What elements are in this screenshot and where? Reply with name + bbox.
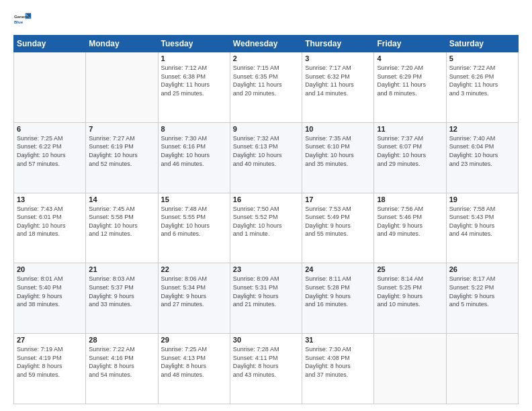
calendar-week-1: 1Sunrise: 7:12 AM Sunset: 6:38 PM Daylig…: [14, 52, 519, 123]
calendar-week-4: 20Sunrise: 8:01 AM Sunset: 5:40 PM Dayli…: [14, 263, 519, 334]
day-info: Sunrise: 7:37 AM Sunset: 6:07 PM Dayligh…: [377, 134, 443, 168]
calendar-cell: 16Sunrise: 7:50 AM Sunset: 5:52 PM Dayli…: [230, 193, 302, 263]
col-monday: Monday: [86, 36, 158, 52]
day-info: Sunrise: 8:14 AM Sunset: 5:25 PM Dayligh…: [377, 275, 443, 308]
day-number: 5: [449, 54, 515, 62]
calendar-cell: 24Sunrise: 8:11 AM Sunset: 5:28 PM Dayli…: [302, 263, 374, 334]
calendar-cell: 23Sunrise: 8:09 AM Sunset: 5:31 PM Dayli…: [230, 263, 302, 334]
day-info: Sunrise: 7:53 AM Sunset: 5:49 PM Dayligh…: [305, 205, 371, 238]
calendar-cell: 29Sunrise: 7:25 AM Sunset: 4:13 PM Dayli…: [158, 334, 230, 404]
calendar-cell: 18Sunrise: 7:56 AM Sunset: 5:46 PM Dayli…: [374, 193, 446, 263]
day-info: Sunrise: 7:28 AM Sunset: 4:11 PM Dayligh…: [233, 345, 299, 379]
calendar-cell: 27Sunrise: 7:19 AM Sunset: 4:19 PM Dayli…: [14, 334, 86, 404]
day-number: 22: [161, 265, 227, 273]
calendar-cell: 31Sunrise: 7:30 AM Sunset: 4:08 PM Dayli…: [302, 334, 374, 404]
day-info: Sunrise: 7:25 AM Sunset: 6:22 PM Dayligh…: [17, 134, 83, 168]
day-number: 7: [89, 125, 154, 133]
calendar-cell: 25Sunrise: 8:14 AM Sunset: 5:25 PM Dayli…: [374, 263, 446, 334]
calendar-cell: 7Sunrise: 7:27 AM Sunset: 6:19 PM Daylig…: [86, 122, 158, 193]
day-number: 3: [305, 54, 371, 62]
day-info: Sunrise: 7:56 AM Sunset: 5:46 PM Dayligh…: [377, 205, 443, 238]
day-number: 14: [89, 195, 154, 203]
day-info: Sunrise: 7:19 AM Sunset: 4:19 PM Dayligh…: [17, 345, 83, 379]
calendar-week-5: 27Sunrise: 7:19 AM Sunset: 4:19 PM Dayli…: [14, 334, 519, 404]
day-number: 16: [233, 195, 299, 203]
calendar-cell: 9Sunrise: 7:32 AM Sunset: 6:13 PM Daylig…: [230, 122, 302, 193]
day-number: 9: [233, 125, 299, 133]
day-number: 21: [89, 265, 154, 273]
day-number: 24: [305, 265, 371, 273]
calendar-cell: 12Sunrise: 7:40 AM Sunset: 6:04 PM Dayli…: [446, 122, 518, 193]
calendar-cell: [374, 334, 446, 404]
logo-icon: General Blue: [13, 11, 32, 30]
logo: General Blue: [13, 11, 32, 30]
day-info: Sunrise: 7:30 AM Sunset: 6:16 PM Dayligh…: [161, 134, 227, 168]
calendar-cell: 13Sunrise: 7:43 AM Sunset: 6:01 PM Dayli…: [14, 193, 86, 263]
day-info: Sunrise: 8:09 AM Sunset: 5:31 PM Dayligh…: [233, 275, 299, 308]
calendar-cell: 20Sunrise: 8:01 AM Sunset: 5:40 PM Dayli…: [14, 263, 86, 334]
day-number: 29: [161, 336, 227, 344]
day-info: Sunrise: 7:25 AM Sunset: 4:13 PM Dayligh…: [161, 345, 227, 379]
day-info: Sunrise: 8:11 AM Sunset: 5:28 PM Dayligh…: [305, 275, 371, 308]
day-number: 25: [377, 265, 443, 273]
calendar-cell: 22Sunrise: 8:06 AM Sunset: 5:34 PM Dayli…: [158, 263, 230, 334]
calendar-cell: 1Sunrise: 7:12 AM Sunset: 6:38 PM Daylig…: [158, 52, 230, 123]
day-number: 18: [377, 195, 443, 203]
calendar-cell: 19Sunrise: 7:58 AM Sunset: 5:43 PM Dayli…: [446, 193, 518, 263]
day-info: Sunrise: 8:06 AM Sunset: 5:34 PM Dayligh…: [161, 275, 227, 308]
col-friday: Friday: [374, 36, 446, 52]
calendar-cell: [446, 334, 518, 404]
day-number: 26: [449, 265, 515, 273]
col-saturday: Saturday: [446, 36, 518, 52]
day-info: Sunrise: 7:48 AM Sunset: 5:55 PM Dayligh…: [161, 205, 227, 238]
day-info: Sunrise: 7:50 AM Sunset: 5:52 PM Dayligh…: [233, 205, 299, 238]
day-info: Sunrise: 7:12 AM Sunset: 6:38 PM Dayligh…: [161, 64, 227, 97]
calendar-cell: 3Sunrise: 7:17 AM Sunset: 6:32 PM Daylig…: [302, 52, 374, 123]
day-info: Sunrise: 8:01 AM Sunset: 5:40 PM Dayligh…: [17, 275, 83, 308]
svg-text:Blue: Blue: [14, 19, 24, 24]
calendar-cell: 11Sunrise: 7:37 AM Sunset: 6:07 PM Dayli…: [374, 122, 446, 193]
calendar-cell: [86, 52, 158, 123]
day-info: Sunrise: 7:58 AM Sunset: 5:43 PM Dayligh…: [449, 205, 515, 238]
calendar-cell: 26Sunrise: 8:17 AM Sunset: 5:22 PM Dayli…: [446, 263, 518, 334]
day-number: 12: [449, 125, 515, 133]
day-info: Sunrise: 7:17 AM Sunset: 6:32 PM Dayligh…: [305, 64, 371, 97]
day-number: 13: [17, 195, 83, 203]
day-info: Sunrise: 7:30 AM Sunset: 4:08 PM Dayligh…: [305, 345, 371, 379]
day-info: Sunrise: 7:35 AM Sunset: 6:10 PM Dayligh…: [305, 134, 371, 168]
day-info: Sunrise: 7:45 AM Sunset: 5:58 PM Dayligh…: [89, 205, 154, 238]
day-number: 17: [305, 195, 371, 203]
day-info: Sunrise: 7:43 AM Sunset: 6:01 PM Dayligh…: [17, 205, 83, 238]
calendar-cell: 10Sunrise: 7:35 AM Sunset: 6:10 PM Dayli…: [302, 122, 374, 193]
calendar-cell: 30Sunrise: 7:28 AM Sunset: 4:11 PM Dayli…: [230, 334, 302, 404]
svg-text:General: General: [14, 14, 30, 19]
calendar-cell: 28Sunrise: 7:22 AM Sunset: 4:16 PM Dayli…: [86, 334, 158, 404]
day-number: 11: [377, 125, 443, 133]
day-info: Sunrise: 8:03 AM Sunset: 5:37 PM Dayligh…: [89, 275, 154, 308]
calendar-week-2: 6Sunrise: 7:25 AM Sunset: 6:22 PM Daylig…: [14, 122, 519, 193]
calendar-cell: 5Sunrise: 7:22 AM Sunset: 6:26 PM Daylig…: [446, 52, 518, 123]
day-info: Sunrise: 7:22 AM Sunset: 6:26 PM Dayligh…: [449, 64, 515, 97]
day-number: 27: [17, 336, 83, 344]
col-thursday: Thursday: [302, 36, 374, 52]
calendar-cell: 6Sunrise: 7:25 AM Sunset: 6:22 PM Daylig…: [14, 122, 86, 193]
calendar-cell: 8Sunrise: 7:30 AM Sunset: 6:16 PM Daylig…: [158, 122, 230, 193]
calendar-cell: 14Sunrise: 7:45 AM Sunset: 5:58 PM Dayli…: [86, 193, 158, 263]
day-number: 20: [17, 265, 83, 273]
col-wednesday: Wednesday: [230, 36, 302, 52]
header-row: Sunday Monday Tuesday Wednesday Thursday…: [14, 36, 519, 52]
day-number: 30: [233, 336, 299, 344]
day-number: 23: [233, 265, 299, 273]
calendar-cell: 21Sunrise: 8:03 AM Sunset: 5:37 PM Dayli…: [86, 263, 158, 334]
col-tuesday: Tuesday: [158, 36, 230, 52]
calendar-week-3: 13Sunrise: 7:43 AM Sunset: 6:01 PM Dayli…: [14, 193, 519, 263]
calendar-cell: 4Sunrise: 7:20 AM Sunset: 6:29 PM Daylig…: [374, 52, 446, 123]
day-number: 31: [305, 336, 371, 344]
col-sunday: Sunday: [14, 36, 86, 52]
day-number: 10: [305, 125, 371, 133]
calendar-cell: [14, 52, 86, 123]
day-info: Sunrise: 7:22 AM Sunset: 4:16 PM Dayligh…: [89, 345, 154, 379]
day-info: Sunrise: 7:40 AM Sunset: 6:04 PM Dayligh…: [449, 134, 515, 168]
day-number: 8: [161, 125, 227, 133]
day-info: Sunrise: 7:32 AM Sunset: 6:13 PM Dayligh…: [233, 134, 299, 168]
